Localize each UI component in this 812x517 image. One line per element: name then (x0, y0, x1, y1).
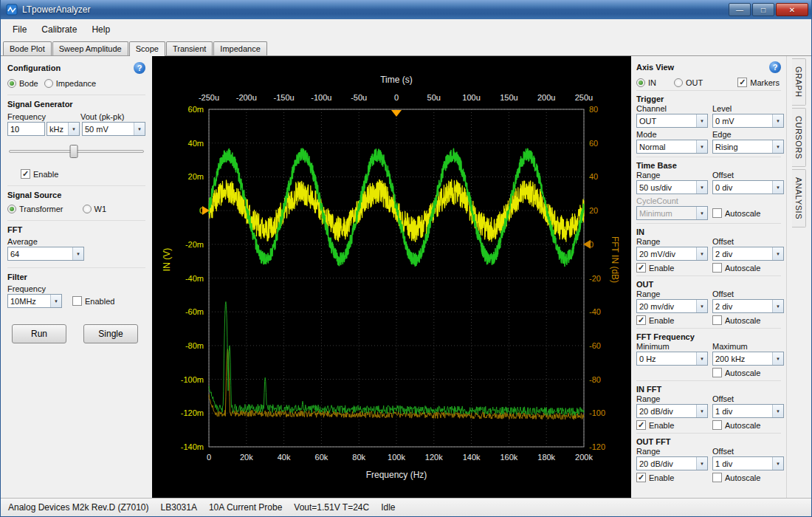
enable-checkbox-box[interactable] (21, 169, 30, 179)
markers-checkbox[interactable]: Markers (737, 78, 780, 87)
transformer-radio[interactable]: Transformer (7, 205, 63, 213)
trigger-edge-select[interactable]: Rising (712, 140, 784, 154)
menu-calibrate[interactable]: Calibrate (34, 21, 84, 38)
menu-file[interactable]: File (5, 21, 34, 38)
frequency-slider[interactable] (9, 143, 144, 160)
fft-frequency-autoscale-checkbox[interactable]: Autoscale (712, 368, 784, 377)
title-bar[interactable]: LTpowerAnalyzer — □ ✕ (1, 0, 811, 19)
time-base-autoscale-checkbox[interactable]: Autoscale (712, 208, 784, 218)
chevron-down-icon[interactable] (696, 140, 707, 153)
fft-minimum-select[interactable]: 0 Hz (636, 352, 708, 366)
filter-enabled-box[interactable] (72, 296, 82, 306)
tab-scope[interactable]: Scope (129, 41, 165, 56)
in-fft-autoscale-box[interactable] (712, 420, 722, 430)
bode-radio[interactable]: Bode (7, 79, 38, 88)
scope-plot[interactable]: -250u-200u-150u-100u-50u050u100u150u200u… (152, 56, 631, 498)
time-base-range-select[interactable]: 50 us/div (636, 180, 708, 194)
out-fft-enable-box[interactable] (636, 473, 646, 482)
filter-enabled-checkbox[interactable]: Enabled (72, 296, 114, 306)
slider-thumb[interactable] (69, 145, 78, 158)
chevron-down-icon[interactable] (72, 247, 83, 260)
chevron-down-icon[interactable] (696, 114, 707, 127)
chevron-down-icon[interactable] (134, 123, 145, 135)
vout-select[interactable]: 50 mV (82, 122, 145, 136)
impedance-radio-circle[interactable] (44, 79, 53, 88)
in-fft-offset-select[interactable]: 1 div (712, 404, 784, 418)
chevron-down-icon[interactable] (772, 457, 783, 470)
out-autoscale-box[interactable] (712, 315, 722, 325)
in-fft-enable-checkbox[interactable]: Enable (636, 420, 708, 430)
chevron-down-icon[interactable] (50, 295, 61, 307)
help-icon[interactable]: ? (134, 62, 145, 74)
chevron-down-icon[interactable] (772, 181, 783, 194)
chevron-down-icon[interactable] (696, 352, 707, 365)
chevron-down-icon[interactable] (772, 114, 783, 127)
trigger-mode-select[interactable]: Normal (636, 140, 708, 154)
minimize-button[interactable]: — (729, 3, 751, 16)
chevron-down-icon[interactable] (772, 405, 783, 417)
chevron-down-icon[interactable] (696, 300, 707, 312)
chevron-down-icon[interactable] (68, 123, 79, 135)
in-radio-circle[interactable] (636, 78, 645, 87)
transformer-radio-circle[interactable] (7, 205, 16, 213)
fft-autoscale-box[interactable] (712, 368, 722, 377)
tab-sweep-amplitude[interactable]: Sweep Amplitude (52, 41, 128, 55)
chevron-down-icon[interactable] (772, 140, 783, 153)
chevron-down-icon[interactable] (772, 352, 783, 365)
axis-view-out-radio[interactable]: OUT (674, 78, 703, 87)
filter-frequency-select[interactable]: 10MHz (7, 294, 62, 308)
chevron-down-icon[interactable] (696, 457, 707, 470)
tab-transient[interactable]: Transient (166, 41, 213, 55)
scope-canvas[interactable]: -250u-200u-150u-100u-50u050u100u150u200u… (152, 56, 631, 498)
in-offset-select[interactable]: 2 div (712, 247, 784, 261)
out-range-select[interactable]: 20 mv/div (636, 299, 708, 313)
out-fft-offset-select[interactable]: 1 div (712, 456, 784, 470)
side-tab-graph[interactable]: GRAPH (792, 58, 806, 106)
help-icon[interactable]: ? (769, 61, 781, 73)
maximize-button[interactable]: □ (752, 3, 774, 16)
in-autoscale-box[interactable] (712, 263, 722, 273)
out-fft-range-select[interactable]: 20 dB/div (636, 456, 708, 470)
in-fft-range-select[interactable]: 20 dB/div (636, 404, 708, 418)
run-button[interactable]: Run (12, 324, 66, 343)
trigger-channel-select[interactable]: OUT (636, 114, 708, 128)
in-enable-checkbox[interactable]: Enable (636, 263, 708, 273)
average-select[interactable]: 64 (7, 247, 84, 261)
markers-checkbox-box[interactable] (737, 78, 747, 87)
chevron-down-icon[interactable] (696, 247, 707, 260)
time-base-offset-select[interactable]: 0 div (712, 180, 784, 194)
out-fft-autoscale-checkbox[interactable]: Autoscale (712, 473, 784, 482)
out-offset-select[interactable]: 2 div (712, 299, 784, 313)
w1-radio-circle[interactable] (83, 205, 92, 213)
in-fft-autoscale-checkbox[interactable]: Autoscale (712, 420, 784, 430)
menu-help[interactable]: Help (84, 21, 117, 38)
chevron-down-icon[interactable] (772, 300, 783, 312)
out-fft-autoscale-box[interactable] (712, 473, 722, 482)
out-enable-box[interactable] (636, 315, 646, 325)
side-tab-analysis[interactable]: ANALYSIS (792, 169, 806, 227)
frequency-unit-select[interactable]: kHz (47, 122, 80, 136)
w1-radio[interactable]: W1 (83, 205, 107, 213)
close-button[interactable]: ✕ (776, 3, 808, 16)
chevron-down-icon[interactable] (696, 405, 707, 417)
in-enable-box[interactable] (636, 263, 646, 273)
in-fft-enable-box[interactable] (636, 420, 646, 430)
tab-bode-plot[interactable]: Bode Plot (3, 41, 52, 55)
axis-view-in-radio[interactable]: IN (636, 78, 656, 87)
single-button[interactable]: Single (83, 324, 138, 343)
in-autoscale-checkbox[interactable]: Autoscale (712, 263, 784, 273)
chevron-down-icon[interactable] (696, 181, 707, 194)
side-tab-cursors[interactable]: CURSORS (792, 108, 806, 168)
out-autoscale-checkbox[interactable]: Autoscale (712, 315, 784, 325)
impedance-radio[interactable]: Impedance (44, 79, 96, 88)
tab-impedance[interactable]: Impedance (213, 41, 266, 55)
fft-maximum-select[interactable]: 200 kHz (712, 352, 784, 366)
in-range-select[interactable]: 20 mV/div (636, 247, 708, 261)
chevron-down-icon[interactable] (772, 247, 783, 260)
out-radio-circle[interactable] (674, 78, 683, 87)
trigger-level-select[interactable]: 0 mV (712, 114, 784, 128)
signal-generator-enable-checkbox[interactable]: Enable (21, 169, 145, 179)
out-enable-checkbox[interactable]: Enable (636, 315, 708, 325)
frequency-input[interactable] (7, 122, 45, 136)
bode-radio-circle[interactable] (7, 79, 16, 88)
